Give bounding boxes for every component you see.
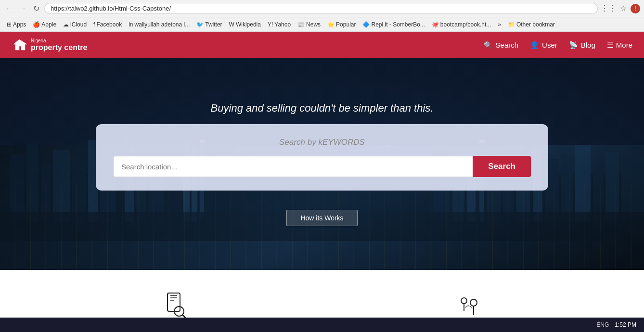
hero-tagline: Buying and selling couldn't be simpler t… [211,102,434,115]
bookmark-item-6[interactable]: WWikipedia [226,20,264,29]
bookmark-item-5[interactable]: 🐦Twitter [193,20,225,29]
bookmark-icon-10: 🔷 [362,21,370,28]
browser-toolbar: ← → ↻ ⋮⋮ ☆ ! [0,0,644,17]
site-logo: Nigeria property centre [12,38,484,53]
search-box-title: Search by kEYWORDS [279,138,365,147]
bookmark-icon-1: 🍎 [33,21,40,28]
site-navbar: Nigeria property centre 🔍 Search 👤 User … [0,32,644,58]
nav-user[interactable]: 👤 User [530,41,557,50]
bookmark-icon-2: ☁ [63,21,69,28]
refresh-button[interactable]: ↻ [31,3,41,14]
search-nav-icon: 🔍 [484,41,493,50]
blog-icon: 📡 [569,41,578,50]
bookmark-label-6: Wikipedia [236,21,261,28]
svg-point-38 [470,299,477,306]
bookmark-icon-7: Y! [268,21,273,28]
bookmark-icon-13: 📁 [508,21,515,28]
search-location-input[interactable] [113,156,473,177]
extensions-icon[interactable]: ⋮⋮ [601,4,616,13]
bookmark-label-10: Repl.it - SomberBo... [371,21,425,28]
bookmark-icon-0: ⊞ [7,21,12,28]
bookmark-icon-9: ⭐ [327,21,335,28]
bookmark-item-10[interactable]: 🔷Repl.it - SomberBo... [360,20,427,29]
bookmark-icon-4: in [129,21,133,28]
bookmark-item-0[interactable]: ⊞Apps [4,20,29,29]
account-icon[interactable]: ! [631,4,640,13]
bookmark-label-7: Yahoo [274,21,291,28]
status-indicators: ENG 1:52 PM [596,321,636,328]
logo-text-small: Nigeria [31,38,87,43]
nav-search[interactable]: 🔍 Search [484,41,519,50]
nav-blog[interactable]: 📡 Blog [569,41,595,50]
hero-section: Buying and selling couldn't be simpler t… [0,58,644,270]
bookmark-icon-11: 🐙 [432,21,439,28]
bookmark-label-8: News [306,21,321,28]
taskbar-time: 1:52 PM [615,321,636,328]
svg-point-37 [461,298,467,304]
bookmarks-bar: ⊞Apps🍎Apple☁iCloudfFacebookinwaliyullah … [0,17,644,32]
bookmark-label-0: Apps [13,21,26,28]
search-box: Search by kEYWORDS Search [96,124,548,191]
more-icon: ☰ [607,41,613,50]
how-it-works-button[interactable]: How its Works [286,210,357,226]
bookmark-label-2: iCloud [70,21,87,28]
taskbar: ENG 1:52 PM [0,318,644,332]
bookmark-label-1: Apple [41,21,56,28]
back-button[interactable]: ← [4,3,14,14]
bookmark-label-9: Popular [336,21,356,28]
forward-button[interactable]: → [17,3,28,14]
site-nav: 🔍 Search 👤 User 📡 Blog ☰ More [484,41,632,50]
bookmark-label-3: Facebook [96,21,122,28]
browser-icons: ⋮⋮ ☆ ! [601,4,640,13]
search-row: Search [113,156,531,177]
user-icon: 👤 [530,41,539,50]
bookmark-item-3[interactable]: fFacebook [90,20,125,29]
lang-indicator: ENG [596,321,609,328]
logo-text-main: property centre [31,43,87,52]
address-bar[interactable] [44,3,598,14]
bookmark-icon-6: W [229,21,234,28]
bookmark-item-4[interactable]: inwaliyullah adetona l... [126,20,193,29]
browser-chrome: ← → ↻ ⋮⋮ ☆ ! ⊞Apps🍎Apple☁iCloudfFacebook… [0,0,644,32]
nav-more[interactable]: ☰ More [607,41,632,50]
bookmark-item-8[interactable]: 📰News [295,20,323,29]
bookmark-label-13: Other bookmar [516,21,555,28]
bookmark-item-13[interactable]: 📁Other bookmar [505,20,558,29]
hero-content: Buying and selling couldn't be simpler t… [0,102,644,226]
bookmark-icon-8: 📰 [297,21,305,28]
bookmark-label-12: » [498,21,501,28]
bookmark-item-12[interactable]: » [495,20,504,29]
bookmark-label-4: waliyullah adetona l... [134,21,190,28]
bookmark-label-11: bootcamp/book.ht... [440,21,491,28]
bookmark-icon-5: 🐦 [196,21,204,28]
bookmark-item-11[interactable]: 🐙bootcamp/book.ht... [429,20,494,29]
star-icon[interactable]: ☆ [620,4,627,13]
bookmark-item-9[interactable]: ⭐Popular [324,20,359,29]
bookmark-item-7[interactable]: Y!Yahoo [265,20,294,29]
bookmark-item-2[interactable]: ☁iCloud [60,20,90,29]
bookmark-item-1[interactable]: 🍎Apple [30,20,59,29]
bookmark-icon-3: f [93,21,95,28]
logo-icon [12,38,27,53]
search-button[interactable]: Search [473,156,531,177]
bookmark-label-5: Twitter [205,21,222,28]
